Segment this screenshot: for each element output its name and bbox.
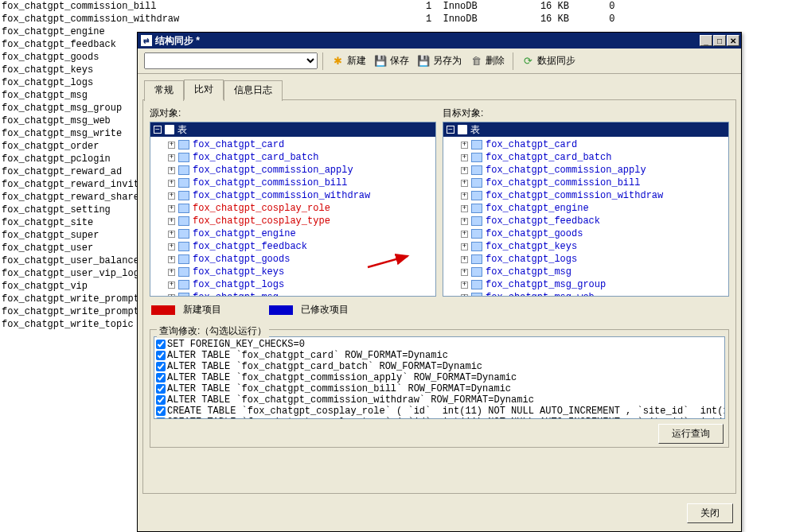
- bg-list-item[interactable]: fox_chatgpt_write_prompts: [2, 293, 156, 305]
- close-dialog-button[interactable]: 关闭: [687, 503, 733, 523]
- source-tree-header[interactable]: − 表: [150, 122, 435, 137]
- bg-list-item[interactable]: fox_chatgpt_msg: [2, 89, 156, 102]
- tree-item[interactable]: +fox_chatgpt_commission_withdraw: [443, 189, 728, 202]
- close-button[interactable]: ✕: [727, 35, 739, 46]
- tree-item[interactable]: +fox_chatgpt_commission_bill: [150, 177, 435, 189]
- expand-icon[interactable]: +: [461, 231, 468, 238]
- delete-button[interactable]: 🗑删除: [466, 52, 508, 69]
- expand-icon[interactable]: +: [461, 282, 468, 289]
- expand-icon[interactable]: +: [461, 142, 468, 149]
- expand-icon[interactable]: +: [461, 154, 468, 161]
- expand-icon[interactable]: +: [168, 243, 175, 250]
- expand-icon[interactable]: +: [168, 231, 175, 238]
- save-button[interactable]: 💾保存: [371, 52, 412, 69]
- bg-list-item[interactable]: fox_chatgpt_vip: [2, 280, 156, 293]
- tree-item[interactable]: +fox_chatgpt_goods: [443, 227, 728, 240]
- tree-item[interactable]: +fox_chatgpt_card_batch: [443, 151, 728, 164]
- bg-list-item[interactable]: fox_chatgpt_order: [2, 140, 156, 153]
- expand-icon[interactable]: +: [168, 282, 175, 289]
- minimize-button[interactable]: _: [700, 35, 712, 46]
- tree-item[interactable]: +fox_chatgpt_commission_bill: [443, 177, 728, 189]
- sql-checkbox[interactable]: [156, 406, 166, 416]
- tree-item[interactable]: +fox_chatgpt_card: [443, 138, 728, 151]
- maximize-button[interactable]: □: [713, 35, 726, 46]
- tree-item[interactable]: +fox_chatgpt_engine: [443, 202, 728, 215]
- tree-item[interactable]: +fox_chatgpt_msg_web: [443, 291, 728, 296]
- tab-compare[interactable]: 比对: [184, 80, 224, 100]
- sql-line[interactable]: ALTER TABLE `fox_chatgpt_card` ROW_FORMA…: [156, 350, 723, 361]
- sql-checkbox[interactable]: [156, 373, 166, 382]
- tree-item[interactable]: +fox_chatgpt_card_batch: [150, 151, 435, 164]
- source-tree-body[interactable]: +fox_chatgpt_card+fox_chatgpt_card_batch…: [150, 137, 435, 296]
- sql-checkbox[interactable]: [156, 340, 166, 349]
- tree-item[interactable]: +fox_chatgpt_goods: [150, 253, 435, 266]
- tree-item[interactable]: +fox_chatgpt_logs: [443, 253, 728, 266]
- sql-line[interactable]: ALTER TABLE `fox_chatgpt_commission_bill…: [156, 383, 723, 394]
- expand-icon[interactable]: +: [461, 218, 468, 225]
- sql-checkbox[interactable]: [156, 384, 166, 394]
- bg-list-item[interactable]: fox_chatgpt_user_balance_lo: [2, 254, 156, 267]
- tree-item[interactable]: +fox_chatgpt_feedback: [150, 240, 435, 253]
- tree-item[interactable]: +fox_chatgpt_keys: [150, 266, 435, 278]
- expand-icon[interactable]: +: [461, 269, 468, 276]
- saveas-button[interactable]: 💾另存为: [414, 52, 465, 69]
- expand-icon[interactable]: +: [168, 205, 175, 212]
- sql-line[interactable]: ALTER TABLE `fox_chatgpt_commission_appl…: [156, 372, 723, 383]
- bg-list-item[interactable]: fox_chatgpt_msg_write: [2, 127, 156, 140]
- expand-icon[interactable]: +: [168, 192, 175, 200]
- tree-item[interactable]: +fox_chatgpt_msg: [443, 266, 728, 278]
- bg-list-item[interactable]: fox_chatgpt_goods: [2, 51, 156, 64]
- tree-item[interactable]: +fox_chatgpt_engine: [150, 227, 435, 240]
- target-tree-body[interactable]: +fox_chatgpt_card+fox_chatgpt_card_batch…: [443, 137, 728, 296]
- sql-checkbox[interactable]: [156, 351, 166, 360]
- tree-item[interactable]: +fox_chatgpt_commission_withdraw: [150, 189, 435, 202]
- bg-list-item[interactable]: fox_chatgpt_msg_group: [2, 102, 156, 115]
- sql-line[interactable]: SET FOREIGN_KEY_CHECKS=0: [156, 339, 723, 350]
- expand-icon[interactable]: +: [168, 142, 175, 149]
- tree-item[interactable]: +fox_chatgpt_msg_group: [443, 278, 728, 291]
- expand-icon[interactable]: +: [461, 205, 468, 212]
- expand-icon[interactable]: +: [168, 294, 175, 297]
- tree-item[interactable]: +fox_chatgpt_logs: [150, 278, 435, 291]
- bg-list-item[interactable]: fox_chatgpt_logs: [2, 76, 156, 89]
- sql-line[interactable]: ALTER TABLE `fox_chatgpt_card_batch` ROW…: [156, 361, 723, 372]
- tree-item[interactable]: +fox_chatgpt_feedback: [443, 215, 728, 227]
- tree-item[interactable]: +fox_chatgpt_card: [150, 138, 435, 151]
- tree-item[interactable]: +fox_chatgpt_msg: [150, 291, 435, 296]
- bg-list-item[interactable]: fox_chatgpt_user: [2, 242, 156, 254]
- expand-icon[interactable]: +: [461, 192, 468, 200]
- expand-icon[interactable]: +: [168, 218, 175, 225]
- sql-line[interactable]: CREATE TABLE `fox_chatgpt_cosplay_role` …: [156, 406, 723, 417]
- collapse-icon[interactable]: −: [447, 126, 454, 134]
- bg-list-item[interactable]: fox_chatgpt_keys: [2, 64, 156, 76]
- dialog-titlebar[interactable]: ⇄ 结构同步 * _ □ ✕: [138, 33, 741, 49]
- collapse-icon[interactable]: −: [154, 126, 162, 134]
- bg-list-item[interactable]: fox_chatgpt_feedback: [2, 38, 156, 51]
- expand-icon[interactable]: +: [168, 154, 175, 161]
- expand-icon[interactable]: +: [461, 167, 468, 174]
- bg-list-item[interactable]: fox_chatgpt_reward_ad: [2, 165, 156, 178]
- run-query-button[interactable]: 运行查询: [658, 424, 724, 444]
- expand-icon[interactable]: +: [461, 180, 468, 187]
- tree-item[interactable]: +fox_chatgpt_cosplay_type: [150, 215, 435, 227]
- sql-line[interactable]: ALTER TABLE `fox_chatgpt_commission_with…: [156, 394, 723, 406]
- tab-general[interactable]: 常规: [144, 80, 184, 101]
- bg-table-row[interactable]: fox_chatgpt_commission_withdraw 1 InnoDB…: [2, 13, 615, 25]
- bg-list-item[interactable]: fox_chatgpt_reward_share: [2, 191, 156, 204]
- new-button[interactable]: ✱新建: [328, 52, 369, 69]
- bg-list-item[interactable]: fox_chatgpt_msg_web: [2, 115, 156, 127]
- sql-checkbox[interactable]: [156, 362, 166, 371]
- tree-item[interactable]: +fox_chatgpt_cosplay_role: [150, 202, 435, 215]
- target-tree-header[interactable]: − 表: [443, 122, 728, 137]
- bg-list-item[interactable]: fox_chatgpt_pclogin: [2, 153, 156, 165]
- expand-icon[interactable]: +: [461, 294, 468, 297]
- expand-icon[interactable]: +: [168, 167, 175, 174]
- sql-checkbox[interactable]: [156, 395, 166, 405]
- bg-list-item[interactable]: fox_chatgpt_engine: [2, 25, 156, 38]
- sql-list[interactable]: SET FOREIGN_KEY_CHECKS=0ALTER TABLE `fox…: [154, 336, 725, 419]
- bg-list-item[interactable]: fox_chatgpt_user_vip_logs: [2, 267, 156, 280]
- bg-table-row[interactable]: fox_chatgpt_commission_bill 1 InnoDB 16 …: [2, 0, 615, 13]
- tree-item[interactable]: +fox_chatgpt_commission_apply: [443, 164, 728, 177]
- expand-icon[interactable]: +: [168, 256, 175, 263]
- bg-list-item[interactable]: fox_chatgpt_setting: [2, 204, 156, 216]
